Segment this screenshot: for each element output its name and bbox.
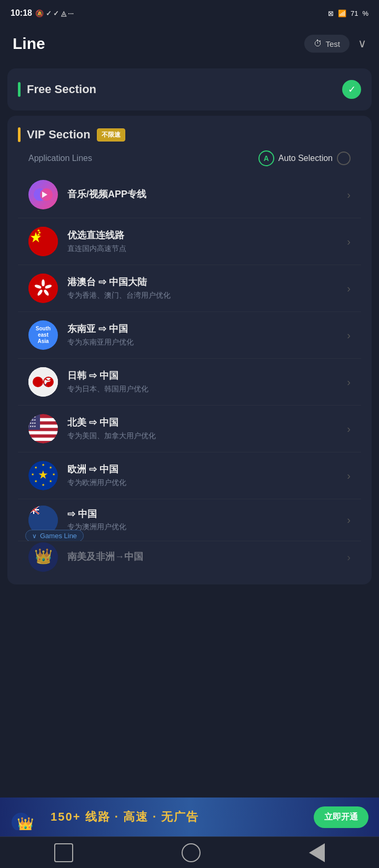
back-triangle-button[interactable] (309, 843, 325, 862)
speed-icon: ⏱ (314, 39, 322, 48)
line-item-sea[interactable]: SoutheastAsia 东南亚 ⇨ 中国 专为东南亚用户优化 › (18, 312, 361, 359)
free-section-title-row: Free Section (18, 82, 96, 97)
sea-line-title: 东南亚 ⇨ 中国 (67, 323, 343, 335)
battery-display: 71 (351, 9, 358, 17)
sea-line-subtitle: 专为东南亚用户优化 (67, 338, 343, 347)
free-section-bar (18, 82, 21, 97)
china-direct-title: 优选直连线路 (67, 229, 343, 241)
svg-text:★: ★ (52, 472, 55, 476)
chevron-right-icon: › (347, 423, 351, 435)
chevron-right-icon: › (347, 282, 351, 295)
europe-line-title: 欧洲 ⇨ 中国 (67, 463, 343, 476)
chevron-right-icon: › (347, 189, 351, 201)
svg-text:★: ★ (34, 466, 37, 469)
auto-selection-radio[interactable] (337, 152, 351, 165)
promotion-banner[interactable]: 👑 150+ 线路 · 高速 · 无广告 立即开通 (0, 798, 379, 836)
africa-line-title: 南美及非洲→中国 (67, 551, 343, 563)
header-actions: ⏱ Test ∨ (304, 35, 366, 53)
northamerica-line-info: 北美 ⇨ 中国 专为美国、加拿大用户优化 (67, 417, 343, 440)
australia-line-subtitle: 专为澳洲用户优化 (67, 522, 343, 532)
hk-line-title: 港澳台 ⇨ 中国大陆 (67, 276, 343, 288)
svg-text:★: ★ (34, 479, 37, 483)
signal-icons: 🔕 ✓ ✓ ◬ ··· (35, 9, 74, 17)
vip-section-bar (18, 127, 21, 142)
home-button[interactable] (54, 843, 73, 862)
free-section-header: Free Section ✓ (18, 80, 361, 99)
svg-point-11 (42, 279, 45, 287)
europe-line-subtitle: 专为欧洲用户优化 (67, 478, 343, 488)
free-section-check[interactable]: ✓ (342, 80, 361, 99)
svg-text:👑: 👑 (34, 548, 53, 565)
chevron-right-icon: › (347, 329, 351, 341)
svg-point-22 (47, 378, 49, 380)
time-display: 10:18 (11, 8, 32, 18)
music-icon (28, 180, 58, 209)
eu-flag-icon: ★ ★ ★ ★ ★ ★ ★ ★ ★ (28, 461, 58, 490)
svg-rect-28 (28, 438, 58, 441)
games-line-badge[interactable]: ∨ Games Line (25, 530, 84, 541)
sea-icon: SoutheastAsia (28, 320, 58, 350)
line-item-australia[interactable]: ⇨ 中国 专为澳洲用户优化 ∨ Games Line › (18, 499, 361, 541)
svg-text:★★★: ★★★ (29, 425, 36, 428)
line-item-hk[interactable]: 港澳台 ⇨ 中国大陆 专为香港、澳门、台湾用户优化 › (18, 265, 361, 312)
upgrade-button[interactable]: 立即开通 (314, 806, 368, 828)
jpkr-line-info: 日韩 ⇨ 中国 专为日本、韩国用户优化 (67, 370, 343, 393)
banner-text: 150+ 线路 · 高速 · 无广告 (51, 809, 305, 825)
chevron-right-icon: › (347, 236, 351, 248)
africa-line-info: 南美及非洲→中国 (67, 551, 343, 563)
chevron-right-icon: › (347, 376, 351, 388)
chevron-right-icon: › (347, 551, 351, 563)
auto-selection-row[interactable]: A Auto Selection (258, 150, 351, 166)
header: Line ⏱ Test ∨ (0, 26, 379, 63)
china-flag-icon (28, 227, 58, 256)
line-item-northamerica[interactable]: ★★★ ★★★ ★★★ ★★★ 北美 ⇨ 中国 专为美国、加拿大用户优化 › (18, 406, 361, 452)
hk-flag-icon (28, 274, 58, 303)
hk-line-info: 港澳台 ⇨ 中国大陆 专为香港、澳门、台湾用户优化 (67, 276, 343, 300)
line-item-china-direct[interactable]: 优选直连线路 直连国内高速节点 › (18, 218, 361, 265)
chevron-right-icon: › (347, 514, 351, 526)
svg-text:👑: 👑 (17, 816, 34, 830)
free-section-card: Free Section ✓ (7, 68, 372, 110)
app-lines-label: Application Lines (28, 154, 92, 163)
page-title: Line (13, 35, 45, 53)
svg-text:★: ★ (38, 468, 48, 481)
vip-section-card: VIP Section 不限速 Application Lines A Auto… (7, 116, 372, 584)
svg-point-23 (47, 383, 49, 386)
us-flag-icon: ★★★ ★★★ ★★★ ★★★ (28, 414, 58, 443)
test-button[interactable]: ⏱ Test (304, 35, 350, 53)
sea-line-info: 东南亚 ⇨ 中国 专为东南亚用户优化 (67, 323, 343, 347)
line-item-africa[interactable]: 👑 南美及非洲→中国 › (18, 541, 361, 573)
auto-selection-text: Auto Selection (278, 154, 333, 163)
australia-line-title: ⇨ 中国 (67, 508, 343, 520)
australia-line-info: ⇨ 中国 专为澳洲用户优化 (67, 508, 343, 532)
northamerica-line-title: 北美 ⇨ 中国 (67, 417, 343, 429)
chevron-right-icon: › (347, 470, 351, 482)
status-right-icons: ⊠ 📶 71 % (328, 9, 368, 17)
line-item-europe[interactable]: ★ ★ ★ ★ ★ ★ ★ ★ ★ 欧洲 ⇨ 中国 专为欧洲用户优化 (18, 452, 361, 499)
line-item-jpkr[interactable]: 日韩 ⇨ 中国 专为日本、韩国用户优化 › (18, 359, 361, 406)
china-direct-subtitle: 直连国内高速节点 (67, 244, 343, 254)
chevron-down-icon[interactable]: ∨ (358, 37, 366, 51)
europe-line-info: 欧洲 ⇨ 中国 专为欧洲用户优化 (67, 463, 343, 487)
vip-badge: 不限速 (97, 128, 125, 142)
svg-point-16 (41, 286, 45, 290)
jpkr-flag-icon (28, 367, 58, 397)
svg-text:★: ★ (31, 472, 34, 476)
battery-icon: % (362, 9, 368, 17)
bottom-navigation (0, 836, 379, 868)
back-circle-button[interactable] (182, 843, 201, 862)
wifi-icon: 📶 (338, 9, 346, 17)
test-label: Test (325, 39, 340, 48)
status-bar: 10:18 🔕 ✓ ✓ ◬ ··· ⊠ 📶 71 % (0, 0, 379, 26)
svg-text:★: ★ (42, 483, 45, 487)
africa-icon: 👑 (28, 542, 58, 572)
svg-text:★: ★ (49, 479, 52, 483)
china-direct-info: 优选直连线路 直连国内高速节点 (67, 229, 343, 253)
auto-a-icon: A (258, 150, 274, 166)
status-time: 10:18 🔕 ✓ ✓ ◬ ··· (11, 8, 74, 18)
vip-section-title-row: VIP Section 不限速 (18, 127, 125, 142)
music-line-title: 音乐/视频APP专线 (67, 188, 343, 200)
svg-text:★: ★ (42, 463, 45, 467)
line-item-music[interactable]: 音乐/视频APP专线 › (18, 171, 361, 218)
main-content: Free Section ✓ VIP Section 不限速 Applicati… (0, 68, 379, 658)
